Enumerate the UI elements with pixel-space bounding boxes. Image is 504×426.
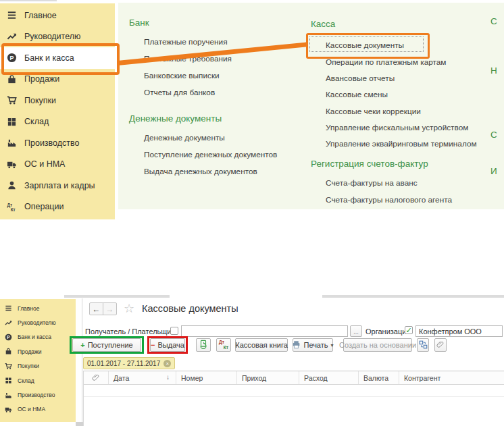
cash-book-button[interactable]: Кассовая книга [235, 338, 288, 352]
post-document-button[interactable] [196, 338, 211, 352]
menu-link[interactable]: Кассовые чеки коррекции [326, 103, 477, 119]
sidebar-item[interactable]: Склад [0, 373, 76, 388]
menu-link[interactable]: Платежные требования [144, 50, 232, 67]
clipped-section-title: И [490, 166, 497, 176]
table-column-header[interactable]: Номер [176, 371, 237, 384]
sidebar-item[interactable]: Главное [0, 301, 76, 315]
menu-link[interactable]: Счета-фактуры налогового агента [326, 191, 452, 208]
menu-link[interactable]: Управление эквайринговым терминалом [326, 136, 477, 152]
sidebar-item-icon: Р [6, 53, 17, 63]
sidebar-item-label: Главное [18, 305, 39, 312]
sidebar-item[interactable]: Зарплата и кадры [0, 175, 115, 196]
sidebar-item-icon [6, 10, 17, 21]
menu-link[interactable]: Выдача денежных документов [144, 163, 277, 180]
table-header-row: ДатаНомерПриходРасходВалютаКонтрагент ↓ [84, 371, 504, 385]
menu-link[interactable]: Отчеты для банков [144, 84, 232, 101]
sidebar-item-icon [6, 31, 17, 42]
sidebar-item[interactable]: Производство [0, 388, 76, 402]
close-icon[interactable]: × [163, 360, 171, 367]
table-column-header[interactable]: Валюта [359, 371, 399, 384]
svg-text:Кт: Кт [10, 207, 15, 211]
forward-button[interactable]: → [103, 302, 117, 315]
menu-link[interactable]: Поступление денежных документов [144, 146, 277, 163]
sidebar-item[interactable]: Главное [0, 5, 115, 26]
table-column-header[interactable]: Расход [299, 371, 359, 384]
section-menu-panel: Банк Платежные порученияПлатежные требов… [118, 3, 504, 209]
sidebar-item-icon [6, 180, 17, 191]
sidebar-item-icon [5, 377, 12, 384]
sidebar-item-label: Производство [24, 138, 80, 148]
sidebar-item[interactable]: Покупки [0, 359, 76, 373]
menu-link[interactable]: Банковские выписки [144, 67, 232, 84]
receipt-button[interactable]: + Поступление [72, 338, 141, 352]
payee-filter-input[interactable] [181, 325, 348, 337]
menu-link[interactable]: Операции по платежным картам [326, 53, 477, 70]
sidebar-item-label: Банк и касса [18, 334, 51, 340]
sidebar-item[interactable]: Руководителю [0, 315, 76, 329]
sidebar-item[interactable]: Продажи [0, 344, 76, 358]
favorite-star-icon[interactable]: ☆ [124, 301, 134, 316]
sidebar-item[interactable]: Склад [0, 111, 115, 133]
menu-link[interactable]: Кассовые смены [326, 86, 477, 103]
page-title: Кассовые документы [142, 303, 238, 314]
menu-link[interactable]: Авансовые отчеты [326, 70, 477, 86]
show-postings-button[interactable]: Дт Кт [216, 338, 231, 352]
create-based-on-button[interactable]: Создать на основании [343, 338, 412, 352]
related-documents-button[interactable] [417, 338, 429, 352]
payee-filter-checkbox[interactable] [170, 327, 178, 335]
top-edge-line [0, 0, 57, 1]
sidebar-item[interactable]: ДтКт Операции [0, 196, 115, 218]
sidebar-item[interactable]: Продажи [0, 69, 115, 90]
sidebar-item[interactable]: ОС и НМА [0, 154, 115, 176]
sidebar-item-label: Склад [24, 117, 49, 126]
period-filter-chip[interactable]: 01.01.2017 - 27.11.2017 × [83, 357, 175, 369]
sidebar-item[interactable]: Р Банк и касса [0, 47, 115, 69]
sidebar-item[interactable]: Производство [0, 132, 115, 154]
section-bank: Банк Платежные порученияПлатежные требов… [129, 18, 232, 101]
sidebar-item-label: Производство [18, 392, 55, 398]
dropdown-caret-icon: ▾ [331, 342, 334, 348]
menu-link[interactable]: Управление фискальным устройством [326, 119, 477, 136]
section-invoice-registration: Регистрация счетов-фактур Счета-фактуры … [311, 159, 452, 208]
sidebar-item-label: Продажи [18, 348, 42, 355]
menu-link[interactable]: Кассовые документы [326, 37, 477, 53]
sidebar-item-icon: ДтКт [6, 201, 17, 212]
sidebar-item-icon [6, 138, 17, 149]
sidebar-item-label: Склад [18, 377, 34, 384]
table-column-header[interactable]: Приход [237, 371, 299, 384]
sidebar-item-label: Руководителю [24, 32, 80, 41]
organization-input[interactable]: Конфетпром ООО [415, 325, 503, 337]
attachments-button[interactable] [434, 338, 447, 352]
sidebar-item[interactable]: Руководителю [0, 26, 115, 48]
menu-link[interactable]: Денежные документы [144, 129, 277, 146]
sidebar-item-icon: Р [5, 334, 12, 341]
attachment-column-header[interactable] [84, 371, 109, 384]
sidebar-item-icon [6, 159, 17, 169]
table-empty-row[interactable] [84, 385, 504, 397]
sidebar-item-icon [5, 392, 12, 399]
sidebar-item[interactable]: ОС и НМА [0, 402, 76, 417]
document-list-panel: ← → ☆ Кассовые документы Получатель / Пл… [82, 295, 504, 426]
sidebar-item[interactable]: Покупки [0, 90, 115, 111]
clipped-section-title: С [490, 16, 497, 26]
sidebar-item[interactable]: Р Банк и касса [0, 330, 76, 344]
menu-link[interactable]: Счета-фактуры на аванс [326, 174, 452, 191]
menu-link[interactable]: Платежные поручения [144, 33, 232, 50]
main-menu-sidebar: Главное Руководителю Р Банк и касса Прод… [0, 3, 115, 219]
plus-icon: + [80, 341, 84, 349]
documents-table: ДатаНомерПриходРасходВалютаКонтрагент ↓ [83, 371, 504, 426]
sidebar-item-label: Покупки [24, 96, 56, 105]
sidebar-item-icon [5, 319, 12, 327]
table-column-header[interactable]: Контрагент [399, 371, 504, 384]
paperclip-icon [436, 340, 445, 350]
issue-button[interactable]: − Выдача [150, 338, 185, 352]
paperclip-icon [92, 373, 100, 383]
post-document-icon [199, 340, 208, 350]
sidebar-item-icon [5, 304, 12, 312]
back-button[interactable]: ← [89, 302, 103, 315]
payee-filter-label: Получатель / Плательщик: [85, 327, 176, 336]
payee-picker-button[interactable]: ... [350, 325, 362, 337]
print-button[interactable]: Печать ▾ [293, 338, 333, 352]
organization-checkbox[interactable]: ✓ [405, 326, 413, 334]
sort-descending-icon: ↓ [166, 373, 170, 381]
